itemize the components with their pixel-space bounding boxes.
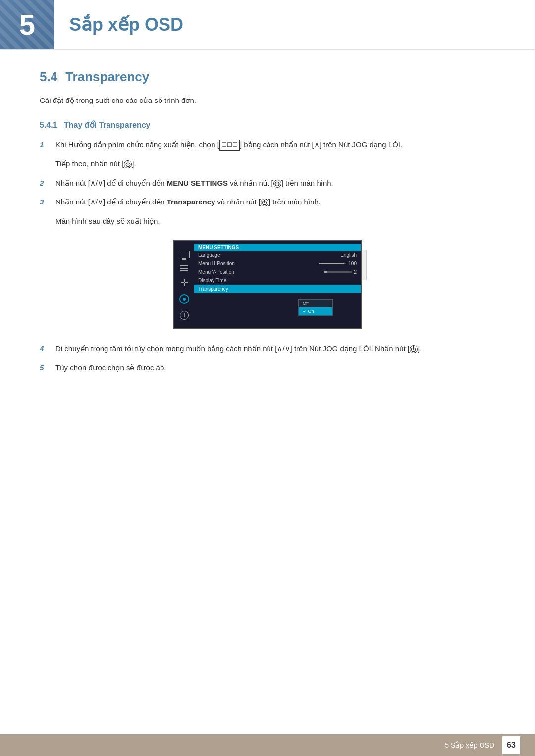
step-2: 2 Nhấn nút [∧/∨] để di chuyển đến MENU S… (40, 177, 495, 190)
step-text-3: Nhấn nút [∧/∨] để di chuyển đến Transpar… (55, 196, 495, 208)
osd-wrapper: Configure the transparency of the menu w… (173, 240, 362, 329)
chapter-number-block: 5 (0, 0, 54, 49)
osd-icon-info: i (180, 311, 189, 320)
step-number-2: 2 (40, 177, 50, 190)
osd-screenshot: ✛ i MENU SETTINGS Language English (173, 240, 362, 329)
osd-icon-gear (179, 294, 189, 304)
page-footer: 5 Sắp xếp OSD 63 (0, 734, 535, 756)
osd-icon-lines (180, 265, 188, 271)
osd-menu-item-v-pos: Menu V-Position 2 (194, 268, 361, 276)
step-3: 3 Nhấn nút [∧/∨] để di chuyển đến Transp… (40, 196, 495, 208)
section-heading: 5.4 Transparency (40, 69, 495, 85)
subsection-heading: 5.4.1 Thay đổi Transparency (40, 120, 495, 130)
step-5: 5 Tùy chọn được chọn sẽ được áp. (40, 362, 495, 374)
section-number: 5.4 (40, 69, 57, 85)
content-area: 5.4 Transparency Cài đặt độ trong suốt c… (0, 50, 535, 420)
step-4: 4 Di chuyển trọng tâm tới tùy chọn mong … (40, 343, 495, 355)
footer-text: 5 Sắp xếp OSD (445, 741, 494, 749)
step-3-continuation: Màn hình sau đây sẽ xuất hiện. (55, 215, 495, 228)
footer-page-number: 63 (502, 736, 520, 754)
osd-dropdown: Off ✓ On (298, 299, 333, 316)
step-number-5: 5 (40, 362, 50, 374)
chapter-title: Sắp xếp OSD (69, 14, 183, 35)
chapter-header: 5 Sắp xếp OSD (0, 0, 535, 50)
step-number-3: 3 (40, 196, 50, 208)
osd-icon-monitor (179, 251, 190, 258)
step-text-5: Tùy chọn được chọn sẽ được áp. (55, 362, 495, 374)
step-number-1: 1 (40, 139, 50, 151)
osd-icon-cross: ✛ (181, 278, 188, 287)
osd-dropdown-item-on: ✓ On (299, 307, 332, 315)
section-description: Cài đặt độ trong suốt cho các cửa sổ trì… (40, 95, 495, 106)
osd-menu-item-language: Language English (194, 251, 361, 259)
osd-icons: ✛ i (174, 241, 194, 328)
osd-menu-item-display-time: Display Time (194, 276, 361, 285)
osd-container: Configure the transparency of the menu w… (40, 240, 495, 329)
step-1-continuation: Tiếp theo, nhấn nút [⏻]. (55, 158, 495, 170)
osd-menu-item-transparency: Transparency (194, 285, 361, 293)
subsection-title: Thay đổi Transparency (64, 121, 151, 129)
step-text-2: Nhấn nút [∧/∨] để di chuyển đến MENU SET… (55, 177, 495, 190)
step-number-4: 4 (40, 343, 50, 355)
subsection-number: 5.4.1 (40, 121, 57, 129)
osd-panel: MENU SETTINGS Language English Menu H-Po… (194, 241, 361, 293)
chapter-title-block: Sắp xếp OSD (54, 0, 535, 49)
section-title: Transparency (65, 69, 149, 85)
osd-menu-item-h-pos: Menu H-Position 100 (194, 259, 361, 268)
step-1: 1 Khi Hướng dẫn phím chức năng xuất hiện… (40, 139, 495, 151)
osd-dropdown-item-off: Off (299, 300, 332, 307)
step-text-1: Khi Hướng dẫn phím chức năng xuất hiện, … (55, 139, 495, 151)
osd-title-bar: MENU SETTINGS (194, 244, 361, 251)
chapter-number: 5 (19, 10, 35, 39)
step-text-4: Di chuyển trọng tâm tới tùy chọn mong mu… (55, 343, 495, 355)
